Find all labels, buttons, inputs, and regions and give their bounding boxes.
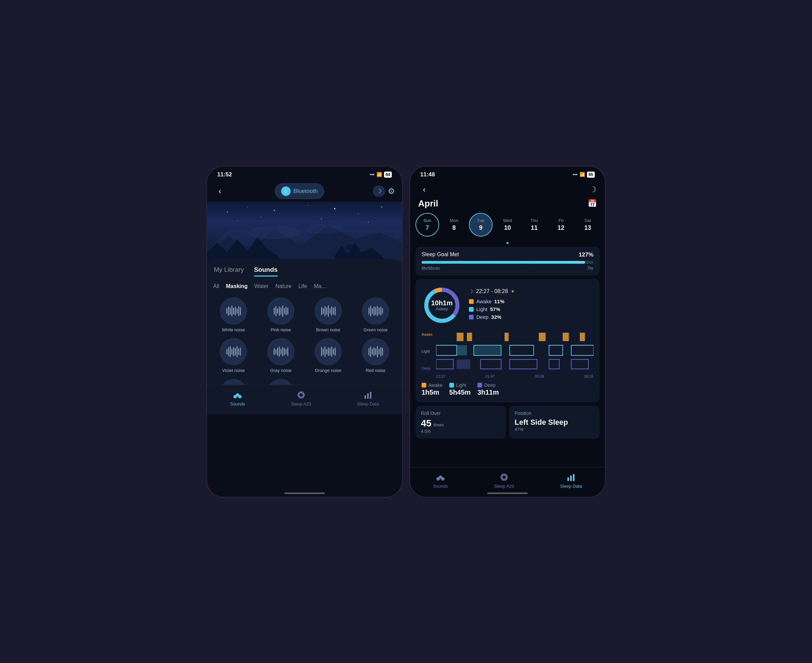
svg-rect-48 bbox=[510, 345, 534, 355]
nav-sleep-data-2[interactable]: Sleep Data bbox=[560, 472, 582, 489]
sound-white-noise[interactable]: White noise bbox=[213, 298, 254, 333]
chart-time-1: 01:47 bbox=[486, 374, 495, 378]
battery-2: 65 bbox=[587, 171, 595, 178]
sleep-chart-container: Awake Light Deep bbox=[421, 331, 593, 378]
sleep-a20-nav-icon bbox=[296, 390, 306, 400]
duration-value-awake: 1h5m bbox=[421, 388, 442, 396]
phone-sleep-data: 11:48 ▪▪▪ 📶 65 ‹ ☽ April 📅 Sun 7 Mon 8 T… bbox=[409, 166, 605, 498]
day-tue-9[interactable]: Tue 9 bbox=[469, 213, 492, 236]
calendar-icon[interactable]: 📅 bbox=[588, 199, 597, 208]
svg-rect-65 bbox=[573, 474, 575, 481]
svg-rect-49 bbox=[549, 345, 563, 355]
day-num-thu: 11 bbox=[531, 225, 538, 231]
svg-rect-51 bbox=[436, 359, 454, 369]
header-2: ‹ ☽ bbox=[410, 181, 605, 197]
signal-icon-2: ▪▪▪ bbox=[573, 172, 578, 177]
sound-orange-noise[interactable]: Orange noise bbox=[307, 338, 349, 374]
month-title: April bbox=[418, 198, 438, 209]
tab-my-library[interactable]: My Library bbox=[214, 266, 244, 277]
nav-sounds-2[interactable]: Sounds bbox=[433, 472, 448, 489]
sound-label-white-noise: White noise bbox=[222, 327, 245, 333]
back-button-1[interactable]: ‹ bbox=[214, 185, 226, 197]
legend-label-awake: Awake bbox=[476, 299, 492, 304]
day-name-thu: Thu bbox=[531, 218, 538, 223]
sound-gray-noise[interactable]: Gray noise bbox=[260, 338, 302, 374]
chart-time-labels: 22:27 01:47 05:08 08:28 bbox=[436, 373, 593, 378]
sound-label-violet-noise: Violet noise bbox=[222, 368, 245, 374]
day-sun-7[interactable]: Sun 7 bbox=[415, 213, 439, 236]
sound-violet-noise[interactable]: Violet noise bbox=[213, 338, 254, 374]
tab-sounds[interactable]: Sounds bbox=[254, 266, 278, 277]
day-name-sun: Sun bbox=[423, 218, 431, 223]
sleep-durations: Awake 1h5m Light 5h45m Deep 3h11m bbox=[421, 382, 593, 396]
day-name-fri: Fri bbox=[558, 218, 563, 223]
phone-sounds: 11:52 ▪▪▪ 📶 64 ‹ ♪ Bluetooth ☽ ⚙ bbox=[207, 166, 403, 498]
filter-ma[interactable]: Ma... bbox=[313, 282, 327, 291]
bluetooth-label: Bluetooth bbox=[293, 188, 318, 195]
filter-life[interactable]: Life bbox=[298, 282, 308, 291]
battery-1: 64 bbox=[384, 171, 392, 178]
back-button-2[interactable]: ‹ bbox=[418, 183, 430, 196]
nav-sleep-a20-1[interactable]: Sleep A20 bbox=[291, 390, 311, 406]
bluetooth-button[interactable]: ♪ Bluetooth bbox=[275, 183, 324, 199]
sounds-nav-icon bbox=[232, 390, 242, 400]
sleep-data-nav-icon-1 bbox=[363, 390, 373, 400]
day-selector: Sun 7 Mon 8 Tue 9 Wed 10 Thu 11 Fri 12 S… bbox=[410, 213, 605, 242]
sound-circle-gray-noise bbox=[267, 338, 294, 365]
sound-label-red-noise: Red noise bbox=[366, 368, 386, 374]
tabs-row: My Library Sounds bbox=[207, 266, 402, 277]
sound-circle-pink-noise bbox=[267, 298, 294, 325]
duration-dot-light bbox=[449, 383, 454, 388]
gear-button[interactable]: ⚙ bbox=[388, 186, 395, 196]
metric-rollover-title: Roll Over bbox=[421, 411, 500, 416]
sleep-donut-chart: 10h1m Asleep bbox=[421, 285, 462, 325]
moon-button-2[interactable]: ☽ bbox=[589, 185, 597, 194]
moon-button-1[interactable]: ☽ bbox=[373, 186, 385, 197]
wifi-icon-2: 📶 bbox=[580, 172, 585, 177]
svg-point-16 bbox=[247, 225, 301, 239]
sleep-goal-row: Sleep Goal Met 127% bbox=[421, 251, 593, 258]
sound-red-noise[interactable]: Red noise bbox=[355, 338, 397, 374]
moon-sleep-icon: ☽ bbox=[469, 289, 473, 294]
waveform-pink-noise bbox=[274, 305, 288, 317]
svg-rect-32 bbox=[364, 395, 366, 399]
filter-all[interactable]: All bbox=[213, 282, 220, 291]
waveform-green-noise bbox=[368, 305, 383, 317]
svg-rect-39 bbox=[467, 333, 472, 341]
nav-sleep-a20-2[interactable]: Sleep A20 bbox=[494, 472, 514, 489]
filter-nature[interactable]: Nature bbox=[275, 282, 292, 291]
legend-label-light: Light bbox=[476, 306, 488, 312]
day-mon-8[interactable]: Mon 8 bbox=[442, 213, 466, 236]
nav-sounds-1[interactable]: Sounds bbox=[230, 390, 245, 406]
day-thu-11[interactable]: Thu 11 bbox=[522, 213, 546, 236]
nav-sleep-data-1[interactable]: Sleep Data bbox=[357, 390, 379, 406]
day-sat-13[interactable]: Sat 13 bbox=[576, 213, 599, 236]
sleep-time-row: 8hr56min 7hr bbox=[421, 266, 593, 271]
sound-label-orange-noise: Orange noise bbox=[315, 368, 341, 374]
metric-position-sub: 47% bbox=[515, 427, 594, 432]
day-fri-12[interactable]: Fri 12 bbox=[549, 213, 573, 236]
bottom-nav-1: Sounds Sleep A20 Sleep Data bbox=[207, 385, 402, 415]
svg-point-62 bbox=[501, 473, 507, 481]
status-icons-2: ▪▪▪ 📶 65 bbox=[573, 171, 595, 178]
signal-icon: ▪▪▪ bbox=[370, 172, 375, 177]
day-wed-10[interactable]: Wed 10 bbox=[496, 213, 519, 236]
svg-point-17 bbox=[305, 224, 345, 234]
chart-time-3: 08:28 bbox=[584, 374, 593, 378]
legend-label-deep: Deep bbox=[476, 314, 489, 320]
metric-rollover-sub: 4.5/h bbox=[421, 429, 500, 434]
day-name-wed: Wed bbox=[503, 218, 512, 223]
sound-label-gray-noise: Gray noise bbox=[270, 368, 292, 374]
sound-brown-noise[interactable]: Brown noise bbox=[307, 298, 349, 333]
filter-masking[interactable]: Masking bbox=[225, 282, 249, 291]
filter-water[interactable]: Water bbox=[254, 282, 269, 291]
svg-rect-33 bbox=[367, 393, 369, 399]
sound-green-noise[interactable]: Green noise bbox=[355, 298, 397, 333]
duration-header-light: Light bbox=[449, 382, 471, 388]
donut-center: 10h1m Asleep bbox=[431, 299, 452, 311]
chart-label-light: Light bbox=[421, 349, 433, 353]
svg-rect-50 bbox=[571, 345, 593, 355]
waveform-orange-noise bbox=[321, 346, 336, 358]
sleep-chart-svg bbox=[436, 331, 593, 372]
sound-pink-noise[interactable]: Pink noise bbox=[260, 298, 302, 333]
